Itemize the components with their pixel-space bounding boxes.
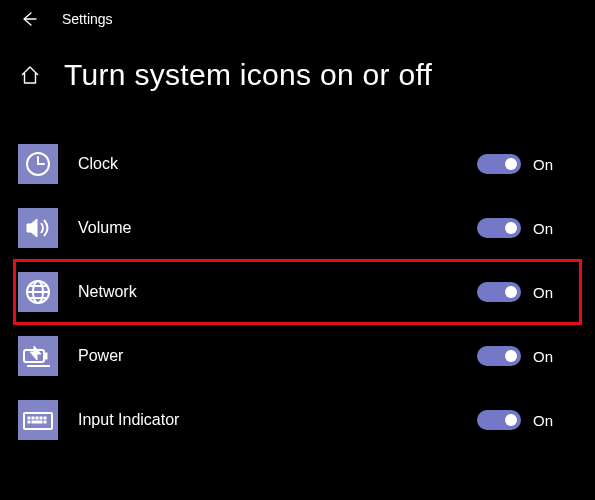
toggle-knob xyxy=(505,414,517,426)
svg-rect-10 xyxy=(28,417,30,419)
keyboard-icon xyxy=(18,400,58,440)
clock-icon xyxy=(18,144,58,184)
toggle-state-label: On xyxy=(533,412,553,429)
page-title: Turn system icons on or off xyxy=(64,58,432,92)
toggle-wrap: On xyxy=(477,282,571,302)
list-item: NetworkOn xyxy=(14,260,581,324)
toggle-wrap: On xyxy=(477,410,571,430)
svg-rect-7 xyxy=(44,353,47,359)
item-label: Input Indicator xyxy=(78,411,477,429)
volume-icon xyxy=(18,208,58,248)
toggle-state-label: On xyxy=(533,348,553,365)
power-icon xyxy=(18,336,58,376)
home-icon xyxy=(18,63,42,87)
list-item: PowerOn xyxy=(14,324,581,388)
network-icon xyxy=(18,272,58,312)
list-item: ClockOn xyxy=(14,132,581,196)
list-item: VolumeOn xyxy=(14,196,581,260)
item-label: Clock xyxy=(78,155,477,173)
item-label: Volume xyxy=(78,219,477,237)
toggle-switch[interactable] xyxy=(477,154,521,174)
svg-rect-15 xyxy=(28,421,30,423)
app-title: Settings xyxy=(62,11,113,27)
toggle-knob xyxy=(505,286,517,298)
svg-rect-17 xyxy=(32,421,42,423)
toggle-wrap: On xyxy=(477,346,571,366)
item-label: Network xyxy=(78,283,477,301)
svg-rect-12 xyxy=(36,417,38,419)
toggle-switch[interactable] xyxy=(477,282,521,302)
svg-rect-16 xyxy=(44,421,46,423)
svg-rect-14 xyxy=(44,417,46,419)
svg-rect-13 xyxy=(40,417,42,419)
svg-rect-11 xyxy=(32,417,34,419)
toggle-state-label: On xyxy=(533,156,553,173)
item-label: Power xyxy=(78,347,477,365)
toggle-wrap: On xyxy=(477,154,571,174)
toggle-switch[interactable] xyxy=(477,218,521,238)
toggle-switch[interactable] xyxy=(477,346,521,366)
system-icons-list: ClockOnVolumeOnNetworkOnPowerOnInput Ind… xyxy=(0,132,595,452)
toggle-knob xyxy=(505,222,517,234)
toggle-wrap: On xyxy=(477,218,571,238)
toggle-knob xyxy=(505,350,517,362)
toggle-state-label: On xyxy=(533,220,553,237)
toggle-switch[interactable] xyxy=(477,410,521,430)
toggle-state-label: On xyxy=(533,284,553,301)
back-button[interactable] xyxy=(18,8,40,30)
back-arrow-icon xyxy=(20,10,38,28)
toggle-knob xyxy=(505,158,517,170)
list-item: Input IndicatorOn xyxy=(14,388,581,452)
